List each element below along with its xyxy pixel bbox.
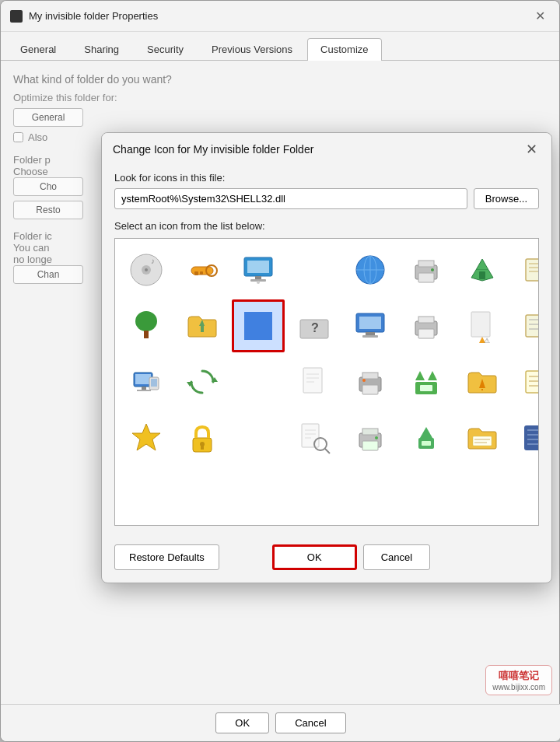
icon-recycle1[interactable]: [456, 243, 509, 296]
svg-rect-55: [303, 368, 322, 393]
icon-key[interactable]: [176, 243, 229, 296]
dialog-overlay: Change Icon for My invisible folder Fold…: [0, 0, 560, 742]
svg-point-84: [375, 436, 378, 439]
svg-rect-39: [418, 329, 434, 338]
icon-blue-square[interactable]: [232, 299, 285, 352]
icon-display-settings[interactable]: [344, 299, 397, 352]
dialog-close-button[interactable]: ✕: [523, 141, 541, 158]
svg-rect-19: [418, 273, 434, 282]
svg-rect-9: [247, 261, 269, 273]
file-input[interactable]: [114, 188, 467, 209]
icon-scroll4[interactable]: [512, 411, 539, 464]
svg-rect-67: [526, 371, 539, 393]
svg-rect-6: [194, 271, 198, 275]
svg-rect-18: [418, 261, 434, 267]
icon-empty1[interactable]: [288, 243, 341, 296]
svg-rect-64: [420, 385, 432, 391]
dialog-titlebar: Change Icon for My invisible folder Fold…: [102, 133, 551, 164]
icon-printer1[interactable]: [400, 243, 453, 296]
svg-text:♪: ♪: [151, 257, 155, 265]
svg-rect-35: [366, 332, 375, 335]
watermark-top-text: 嘻嘻笔记: [492, 669, 545, 683]
svg-rect-27: [144, 331, 149, 338]
svg-point-62: [362, 379, 366, 382]
icon-grid: ♪: [120, 243, 534, 464]
change-icon-dialog: Change Icon for My invisible folder Fold…: [101, 132, 552, 583]
svg-point-2: [145, 268, 148, 271]
icon-printer2[interactable]: [400, 299, 453, 352]
svg-rect-82: [362, 429, 378, 435]
svg-point-20: [431, 268, 434, 271]
dialog-title: Change Icon for My invisible folder Fold…: [113, 143, 313, 156]
svg-rect-86: [422, 441, 431, 446]
file-lookup-label: Look for icons in this file:: [114, 172, 539, 184]
svg-rect-83: [362, 441, 378, 450]
svg-rect-36: [362, 335, 378, 338]
svg-marker-71: [132, 424, 160, 450]
icon-folder-warning[interactable]: [456, 355, 509, 408]
dialog-footer: Restore Defaults OK Cancel: [102, 537, 551, 583]
svg-rect-52: [151, 379, 157, 387]
icon-page-search[interactable]: [288, 411, 341, 464]
file-input-row: Browse...: [114, 188, 539, 209]
icon-grid-container[interactable]: ♪: [114, 238, 539, 526]
icon-lock[interactable]: [176, 411, 229, 464]
svg-rect-29: [201, 326, 204, 332]
cancel-button[interactable]: Cancel: [363, 544, 430, 570]
dialog-body: Look for icons in this file: Browse... S…: [102, 164, 551, 537]
svg-rect-21: [479, 271, 485, 279]
icon-scroll3[interactable]: [512, 355, 539, 408]
icon-tree[interactable]: [120, 299, 173, 352]
svg-rect-22: [526, 259, 539, 281]
svg-rect-90: [524, 425, 539, 450]
watermark-bottom-text: www.bijixx.com: [492, 683, 545, 691]
icon-page2[interactable]: [288, 355, 341, 408]
svg-rect-74: [201, 446, 204, 450]
icon-printer4[interactable]: [344, 411, 397, 464]
icon-list-label: Select an icon from the list below:: [114, 220, 539, 232]
svg-rect-50: [137, 390, 151, 391]
svg-rect-43: [526, 315, 539, 337]
svg-text:⚠: ⚠: [484, 337, 490, 343]
icon-empty3[interactable]: [232, 411, 285, 464]
icon-scroll2[interactable]: [512, 299, 539, 352]
icon-recycle3[interactable]: [400, 411, 453, 464]
icon-folder-up[interactable]: [176, 299, 229, 352]
svg-rect-40: [471, 312, 490, 337]
tab-customize[interactable]: Customize: [307, 38, 381, 61]
icon-question-folder[interactable]: ?: [288, 299, 341, 352]
icon-folder-notes[interactable]: [456, 411, 509, 464]
svg-rect-34: [359, 317, 381, 329]
icon-computer[interactable]: [120, 355, 173, 408]
icon-page-warning[interactable]: ⚠: [456, 299, 509, 352]
svg-rect-30: [244, 312, 272, 340]
svg-rect-10: [255, 276, 261, 279]
icon-star[interactable]: [120, 411, 173, 464]
icon-printer3[interactable]: [344, 355, 397, 408]
svg-rect-87: [473, 436, 492, 446]
svg-point-26: [135, 311, 157, 331]
icon-cd-music[interactable]: ♪: [120, 243, 173, 296]
icon-empty2[interactable]: [232, 355, 285, 408]
ok-button[interactable]: OK: [272, 544, 357, 570]
icon-refresh[interactable]: [176, 355, 229, 408]
svg-rect-48: [135, 374, 151, 384]
watermark: 嘻嘻笔记 www.bijixx.com: [485, 665, 552, 695]
browse-button[interactable]: Browse...: [474, 188, 539, 209]
icon-recycle2[interactable]: [400, 355, 453, 408]
svg-rect-60: [362, 373, 378, 379]
icon-scroll1[interactable]: [512, 243, 539, 296]
svg-point-12: [257, 281, 260, 284]
svg-rect-75: [302, 424, 319, 447]
svg-rect-49: [142, 387, 146, 390]
icon-computer-settings[interactable]: [232, 243, 285, 296]
svg-rect-66: [481, 389, 483, 390]
svg-rect-61: [362, 385, 378, 394]
icon-network-globe[interactable]: [344, 243, 397, 296]
restore-defaults-button[interactable]: Restore Defaults: [114, 544, 219, 570]
svg-text:?: ?: [311, 321, 319, 334]
svg-rect-38: [418, 317, 434, 323]
svg-rect-7: [200, 271, 203, 275]
svg-line-77: [325, 449, 330, 453]
